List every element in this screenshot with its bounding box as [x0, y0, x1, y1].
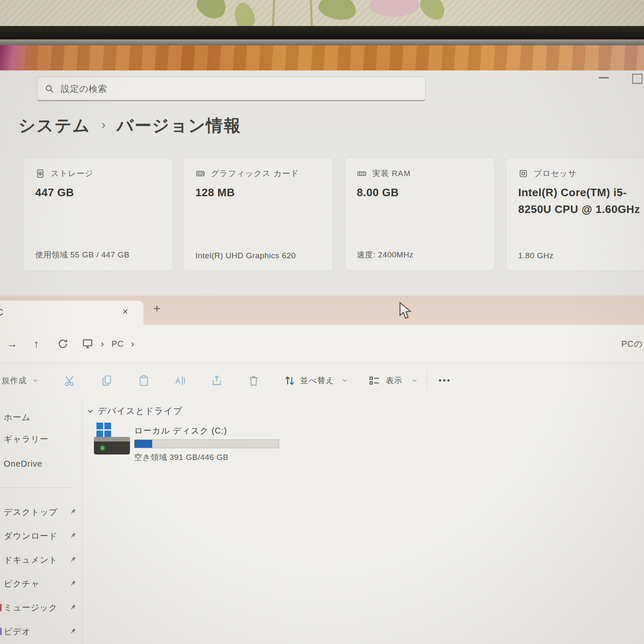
music-icon-edge	[0, 604, 2, 611]
sort-button[interactable]: 並べ替え	[300, 363, 334, 398]
mouse-cursor-icon	[397, 301, 412, 320]
pin-icon	[70, 628, 76, 634]
devices-and-drives-section-header[interactable]: デバイスとドライブ	[87, 405, 182, 417]
wall-flower-pattern	[369, 0, 419, 17]
view-icon[interactable]	[368, 363, 381, 398]
sidebar-item-onedrive[interactable]: OneDrive	[0, 455, 82, 472]
file-explorer-window: C × + → ↑ › PC	[0, 296, 644, 644]
new-item-button[interactable]: 規作成	[2, 363, 27, 398]
breadcrumb-chevron-icon: ›	[101, 325, 104, 363]
wall-stem-pattern	[310, 0, 313, 26]
processor-card: プロセッサ Intel(R) Core(TM) i5-8250U CPU @ 1…	[506, 158, 644, 271]
ram-icon	[357, 169, 367, 179]
breadcrumb-chevron-icon: ›	[131, 325, 134, 363]
search-icon	[45, 84, 54, 93]
gpu-card-label: グラフィックス カード	[211, 168, 299, 179]
minimize-button[interactable]	[599, 77, 609, 78]
desktop-wallpaper	[0, 45, 644, 70]
explorer-content: デバイスとドライブ ローカル ディスク (C:) 空き領域 391 GB/446…	[82, 397, 644, 644]
explorer-search-fragment[interactable]: PCの	[621, 325, 643, 363]
wall-leaf-pattern	[416, 0, 449, 24]
drive-led	[101, 446, 104, 450]
explorer-navigation-bar: → ↑ › PC › PCの	[0, 325, 644, 363]
drive-free-space: 空き領域 391 GB/446 GB	[134, 452, 229, 463]
storage-icon	[35, 169, 45, 179]
settings-window: 設定の検索 システム › バージョン情報 ストレージ 447 GB 使用領域 5…	[0, 70, 644, 296]
pin-icon	[70, 556, 76, 563]
photo-of-laptop-screen: { "settings": { "search": { "placeholder…	[0, 0, 644, 644]
settings-search-placeholder: 設定の検索	[61, 83, 107, 95]
ram-card: 実装 RAM 8.00 GB 速度: 2400MHz	[345, 158, 495, 271]
chevron-down-icon[interactable]	[342, 363, 348, 398]
sidebar-item-documents[interactable]: ドキュメント	[0, 551, 82, 568]
drive-usage-bar	[134, 439, 279, 448]
videos-icon-edge	[0, 628, 2, 635]
storage-card-detail: 使用領域 55 GB / 447 GB	[35, 249, 130, 260]
breadcrumb-system[interactable]: システム	[18, 114, 91, 137]
toolbar-divider	[427, 371, 427, 390]
view-button[interactable]: 表示	[386, 363, 402, 398]
hard-drive-icon	[94, 437, 130, 454]
storage-card-value: 447 GB	[35, 184, 163, 201]
more-options-button[interactable]: •••	[439, 363, 451, 398]
pin-icon	[70, 580, 76, 587]
new-tab-button[interactable]: +	[153, 302, 160, 315]
storage-card-label: ストレージ	[51, 168, 93, 179]
refresh-icon[interactable]	[57, 325, 69, 363]
delete-button[interactable]	[247, 363, 260, 398]
up-icon[interactable]: ↑	[34, 325, 39, 363]
section-label: デバイスとドライブ	[98, 405, 182, 417]
explorer-toolbar: 規作成	[0, 363, 644, 398]
this-pc-icon[interactable]	[81, 325, 94, 363]
gpu-card-detail: Intel(R) UHD Graphics 620	[195, 251, 296, 260]
cpu-card-detail: 1.80 GHz	[518, 251, 553, 260]
copy-button[interactable]	[101, 363, 113, 398]
pin-icon	[70, 604, 76, 610]
laptop-bezel-edge	[0, 39, 644, 45]
sidebar-item-home[interactable]: ホーム	[0, 409, 82, 426]
ram-card-value: 8.00 GB	[357, 184, 484, 201]
drive-name: ローカル ディスク (C:)	[134, 425, 227, 436]
tab-close-icon[interactable]: ×	[122, 306, 128, 317]
storage-card: ストレージ 447 GB 使用領域 55 GB / 447 GB	[23, 158, 173, 271]
sidebar-item-gallery[interactable]: ギャラリー	[0, 431, 82, 447]
ram-card-detail: 速度: 2400MHz	[357, 249, 413, 260]
cpu-card-label: プロセッサ	[534, 168, 576, 179]
rename-button[interactable]	[174, 363, 187, 398]
cpu-icon	[518, 169, 528, 179]
sidebar-item-music[interactable]: ミュージック	[0, 599, 82, 616]
breadcrumb-chevron-icon: ›	[101, 117, 106, 132]
gpu-icon	[195, 169, 205, 179]
chevron-down-icon[interactable]	[33, 363, 38, 398]
sidebar-item-desktop[interactable]: デスクトップ	[0, 504, 82, 520]
address-breadcrumb-pc[interactable]: PC	[112, 325, 124, 363]
cut-button[interactable]	[64, 363, 76, 398]
pin-icon	[70, 508, 76, 515]
laptop-screen: 設定の検索 システム › バージョン情報 ストレージ 447 GB 使用領域 5…	[0, 45, 644, 644]
paste-button[interactable]	[138, 363, 150, 398]
breadcrumb: システム › バージョン情報	[18, 114, 242, 137]
sidebar-item-downloads[interactable]: ダウンロード	[0, 527, 82, 544]
breadcrumb-about: バージョン情報	[117, 114, 242, 137]
background-wall	[0, 0, 644, 26]
maximize-button[interactable]	[632, 74, 642, 84]
wall-leaf-pattern	[317, 0, 358, 22]
sidebar-item-pictures[interactable]: ピクチャ	[0, 575, 82, 592]
tab-title-fragment: C	[0, 307, 3, 318]
wall-leaf-pattern	[232, 0, 257, 26]
sidebar-divider	[0, 488, 72, 488]
forward-icon[interactable]: →	[7, 325, 18, 363]
sidebar-item-videos[interactable]: ビデオ	[0, 623, 82, 640]
gpu-card-value: 128 MB	[195, 184, 323, 201]
settings-search-input[interactable]: 設定の検索	[37, 77, 426, 101]
explorer-tab-pc[interactable]: C ×	[0, 301, 143, 325]
share-button[interactable]	[210, 363, 223, 398]
wall-stem-pattern	[272, 0, 275, 26]
cpu-card-value: Intel(R) Core(TM) i5-8250U CPU @ 1.60GHz	[518, 184, 644, 218]
pin-icon	[70, 532, 76, 539]
chevron-down-icon[interactable]	[412, 363, 417, 398]
graphics-card-card: グラフィックス カード 128 MB Intel(R) UHD Graphics…	[183, 158, 333, 271]
laptop-bezel	[0, 26, 644, 39]
explorer-sidebar: ホーム ギャラリー OneDrive デスクトップ ダウンロード ドキュメント …	[0, 397, 83, 644]
sort-icon[interactable]	[283, 363, 296, 398]
